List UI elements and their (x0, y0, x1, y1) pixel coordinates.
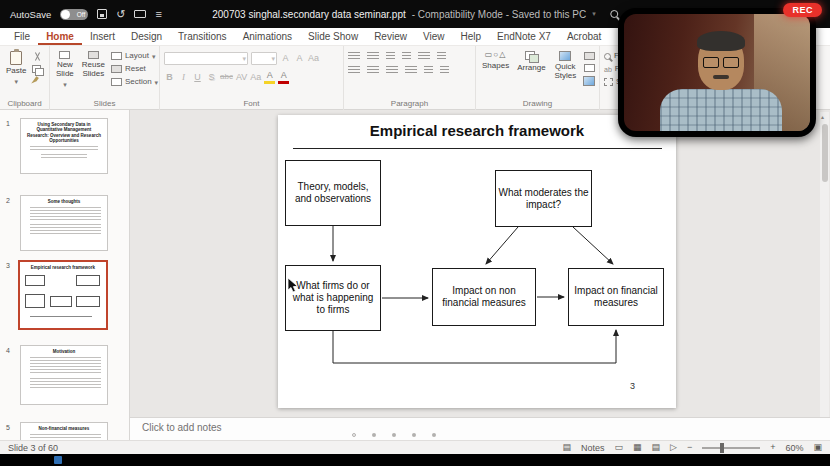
scroll-up-icon[interactable]: ▴ (821, 113, 824, 120)
paste-chevron-icon: ▾ (14, 78, 18, 86)
title-chevron-icon[interactable]: ▾ (592, 10, 596, 18)
tab-home[interactable]: Home (38, 29, 82, 45)
vertical-scrollbar[interactable]: ▴ (820, 112, 829, 438)
zoom-in-icon[interactable]: + (770, 443, 775, 452)
tab-file[interactable]: File (6, 29, 38, 45)
shapes-button[interactable]: ▭○△ Shapes (480, 49, 511, 71)
new-slide-button[interactable]: New Slide ▾ (54, 49, 76, 88)
shape-fill-icon[interactable] (584, 52, 595, 60)
zoom-slider-thumb[interactable] (720, 443, 724, 453)
tab-animations[interactable]: Animations (235, 29, 300, 45)
bullets-icon[interactable] (348, 52, 360, 61)
slide-counter: Slide 3 of 60 (8, 443, 58, 453)
shape-outline-icon[interactable] (584, 64, 595, 72)
view-reading-icon[interactable]: ▤ (652, 443, 661, 452)
highlight-color-button[interactable]: A (264, 70, 275, 84)
bold-button[interactable]: B (164, 72, 175, 83)
undo-icon[interactable]: ↺ (116, 9, 125, 20)
reset-button[interactable]: Reset (111, 65, 158, 73)
arrange-button[interactable]: Arrange (515, 49, 547, 73)
cut-icon[interactable] (33, 52, 42, 61)
align-left-icon[interactable] (348, 66, 360, 75)
reuse-slides-label: Reuse Slides (82, 61, 105, 79)
view-slide-sorter-icon[interactable]: ▦ (633, 443, 642, 452)
columns-icon[interactable] (424, 66, 433, 75)
thumbnail-number: 5 (6, 424, 10, 431)
section-chevron-icon: ▾ (155, 79, 159, 86)
tab-review[interactable]: Review (366, 29, 415, 45)
status-bar: Slide 3 of 60 ▤ Notes ▭ ▦ ▤ ▷ − + 60% ▣ (0, 440, 830, 454)
zoom-level[interactable]: 60% (785, 443, 803, 453)
autosave-toggle[interactable]: Off (60, 9, 88, 20)
justify-icon[interactable] (405, 66, 417, 75)
flow-box-what-firms-do[interactable]: What firms do or what is happening to fi… (285, 265, 381, 331)
flow-box-nonfinancial[interactable]: Impact on non financial measures (432, 268, 536, 326)
layout-button[interactable]: Layout ▾ (111, 52, 158, 60)
new-slide-chevron-icon: ▾ (63, 81, 67, 89)
notes-toggle-label[interactable]: Notes (581, 443, 605, 453)
paste-button[interactable]: Paste ▾ (4, 49, 28, 85)
section-button[interactable]: Section ▾ (111, 78, 158, 86)
font-size-combobox[interactable] (251, 52, 277, 65)
search-icon[interactable] (610, 10, 618, 18)
flow-box-moderators[interactable]: What moderates the impact? (495, 170, 592, 227)
notes-toggle-icon[interactable]: ▤ (562, 443, 571, 452)
flow-box-theory[interactable]: Theory, models, and observations (285, 160, 381, 226)
tab-slide-show[interactable]: Slide Show (300, 29, 366, 45)
ribbon-group-clipboard: Paste ▾ Clipboard (0, 46, 50, 110)
numbering-icon[interactable] (367, 52, 379, 61)
save-icon[interactable] (97, 9, 107, 19)
thumbnail-number: 4 (6, 347, 10, 354)
italic-button[interactable]: I (178, 72, 189, 83)
flow-box-financial[interactable]: Impact on financial measures (568, 268, 664, 326)
paste-label: Paste (6, 67, 26, 76)
slideshow-icon[interactable] (134, 10, 146, 18)
decrease-indent-icon[interactable] (386, 52, 395, 61)
view-slideshow-icon[interactable]: ▷ (670, 443, 677, 452)
slide-canvas[interactable]: Empirical research framework Theory, mod… (278, 115, 676, 408)
notes-pane[interactable]: Click to add notes (130, 417, 830, 440)
zoom-out-icon[interactable]: − (687, 443, 692, 452)
tab-transitions[interactable]: Transitions (170, 29, 235, 45)
menu-icon[interactable]: ≡ (155, 9, 161, 20)
shrink-font-button[interactable]: A (294, 53, 305, 64)
reuse-slides-button[interactable]: Reuse Slides (80, 49, 107, 79)
shape-effects-icon[interactable] (583, 76, 595, 86)
taskbar-app-icon[interactable] (54, 456, 62, 464)
zoom-slider[interactable] (702, 447, 760, 449)
view-normal-icon[interactable]: ▭ (614, 443, 623, 452)
tab-endnote[interactable]: EndNote X7 (489, 29, 559, 45)
line-spacing-icon[interactable] (437, 52, 446, 61)
strikethrough-button[interactable]: abc (220, 72, 233, 82)
font-name-combobox[interactable] (164, 52, 248, 65)
mustache (713, 75, 729, 79)
align-center-icon[interactable] (367, 66, 379, 75)
align-right-icon[interactable] (386, 66, 398, 75)
text-shadow-button[interactable]: S (206, 72, 217, 83)
notes-placeholder[interactable]: Click to add notes (142, 422, 222, 433)
align-text-icon[interactable] (440, 66, 449, 75)
change-case-button[interactable]: Aa (250, 72, 261, 83)
text-direction-icon[interactable] (418, 52, 430, 61)
copy-icon[interactable] (32, 65, 42, 74)
increase-indent-icon[interactable] (402, 52, 411, 61)
tab-design[interactable]: Design (123, 29, 170, 45)
tab-insert[interactable]: Insert (82, 29, 123, 45)
quick-styles-button[interactable]: Quick Styles (552, 49, 579, 81)
tab-view[interactable]: View (415, 29, 453, 45)
format-painter-icon[interactable] (31, 76, 44, 89)
scrollbar-thumb[interactable] (822, 124, 828, 182)
clear-formatting-button[interactable]: Aa (308, 53, 319, 64)
presenter-body (660, 89, 782, 131)
thumbnail-title: Motivation (21, 346, 107, 354)
shapes-label: Shapes (482, 62, 509, 71)
pagination-dots (352, 433, 436, 437)
character-spacing-button[interactable]: AV (236, 72, 247, 83)
fit-to-window-icon[interactable]: ▣ (813, 443, 822, 452)
presenter-hair (697, 31, 745, 51)
tab-help[interactable]: Help (452, 29, 489, 45)
grow-font-button[interactable]: A (280, 53, 291, 64)
underline-button[interactable]: U (192, 72, 203, 83)
font-color-button[interactable]: A (278, 70, 289, 84)
tab-acrobat[interactable]: Acrobat (559, 29, 609, 45)
